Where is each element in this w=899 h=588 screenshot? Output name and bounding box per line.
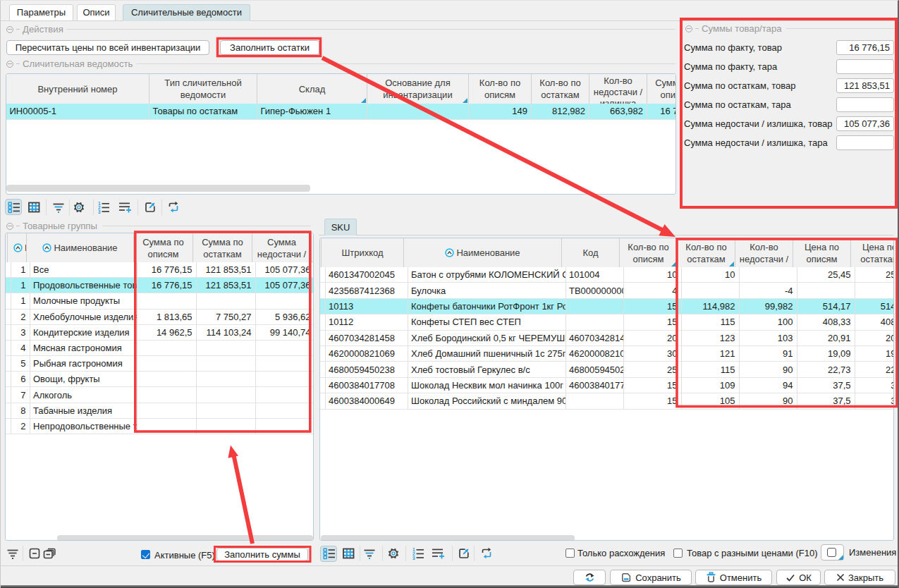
totals-field-input[interactable] — [836, 59, 894, 74]
cell[interactable]: Молочные продукты — [30, 293, 137, 309]
cell[interactable]: 91 — [740, 346, 797, 362]
cell[interactable] — [6, 403, 11, 419]
cell[interactable] — [197, 372, 256, 387]
totals-field-input[interactable]: 105 077,36 — [836, 116, 894, 131]
reload-icon[interactable] — [166, 200, 181, 214]
cell[interactable] — [197, 356, 256, 372]
cell[interactable]: Шоколад Российский с миндалем 90г — [408, 393, 566, 409]
cell[interactable] — [6, 262, 11, 278]
header-cell[interactable]: Тип сличительной ведомости — [149, 74, 257, 104]
cell[interactable] — [320, 346, 326, 362]
cell[interactable]: 109 — [682, 378, 740, 393]
table-row[interactable]: 2Непродовольственные товары — [6, 419, 313, 434]
cell[interactable]: 105 — [682, 393, 740, 409]
cell[interactable] — [320, 283, 326, 298]
close-button[interactable]: Закрыть — [824, 570, 895, 585]
cell[interactable] — [320, 299, 326, 314]
reload-icon[interactable] — [479, 546, 494, 561]
table-row[interactable]: 6Овощи, фрукты — [6, 372, 313, 387]
cell[interactable] — [197, 387, 256, 403]
cell[interactable]: 115 — [682, 362, 740, 377]
cell[interactable]: 2 — [11, 419, 30, 434]
cell[interactable] — [256, 387, 314, 403]
cell[interactable]: Булочка — [408, 283, 566, 298]
table-row[interactable]: 4680059450238Хлеб тостовый Геркулес в/с4… — [320, 362, 893, 377]
cell[interactable]: Табачные изделия — [30, 403, 137, 419]
cell[interactable]: 1 — [11, 262, 30, 278]
table-row[interactable]: 8Табачные изделия — [6, 403, 313, 419]
cell[interactable]: 4680059450238 — [326, 362, 408, 377]
cell[interactable] — [6, 387, 11, 403]
cell[interactable]: 115 — [682, 314, 740, 330]
cell[interactable]: 90 — [740, 362, 797, 377]
table-row[interactable]: 7Алкоголь — [6, 387, 313, 403]
totals-field-input[interactable] — [836, 97, 894, 112]
header-cell[interactable]: Сумма по остаткам — [193, 233, 252, 262]
cell[interactable]: Все — [30, 262, 137, 278]
collapse-icon[interactable] — [27, 546, 42, 561]
tab-sku[interactable]: SKU — [324, 219, 357, 235]
header-cell[interactable]: Наименование — [404, 238, 562, 267]
cell[interactable]: Мясная гастрономия — [30, 341, 137, 356]
cell[interactable]: 19,09 — [855, 346, 895, 362]
cell[interactable]: 7 750,27 — [197, 310, 256, 325]
table-row[interactable]: 4607034281458Хлеб Бородинский 0,5 кг ЧЕР… — [320, 331, 893, 346]
cell[interactable]: 5 — [11, 356, 30, 372]
table-row[interactable]: 10112Конфеты СТЕП вес СТЕП15115100408,33… — [320, 314, 893, 330]
cell[interactable]: 408,33 — [855, 314, 895, 330]
header-cell[interactable]: Основание для инвентаризации — [367, 74, 469, 104]
filter-icon[interactable] — [362, 546, 377, 561]
cell[interactable]: 1 813,65 — [137, 310, 197, 325]
cell[interactable]: Товары по остаткам — [149, 104, 257, 120]
cell[interactable] — [256, 403, 314, 419]
cell[interactable]: 2 — [11, 310, 30, 325]
cell[interactable]: 6 — [11, 372, 30, 387]
horizontal-scrollbar[interactable] — [321, 535, 575, 541]
header-cell[interactable]: Сумма по описям — [647, 74, 676, 104]
table-row[interactable]: 1Молочные продукты — [6, 293, 313, 309]
cell[interactable]: 4607034281458 — [326, 331, 408, 346]
collapse-icon[interactable] — [685, 25, 692, 32]
cell[interactable]: Конфеты батончики РотФронт 1кг Ро — [408, 299, 566, 314]
cell[interactable] — [137, 341, 197, 356]
header-cell[interactable]: Сумма по описям — [134, 233, 193, 262]
cell[interactable]: 103 — [740, 331, 797, 346]
cell[interactable]: 10113 — [326, 299, 408, 314]
cell[interactable] — [320, 393, 326, 409]
filter-corner-icon[interactable] — [361, 98, 366, 103]
cell[interactable]: 4 — [11, 341, 30, 356]
grid-icon[interactable] — [341, 546, 355, 561]
cell[interactable]: 1 — [11, 278, 30, 293]
cell[interactable]: 663,982 — [589, 104, 647, 120]
cell[interactable]: 121 853,51 — [197, 262, 256, 278]
cell[interactable]: 8 — [11, 403, 30, 419]
cell[interactable]: 812,982 — [532, 104, 589, 120]
cell[interactable]: 25,45 — [797, 267, 855, 283]
cell[interactable]: 46200008210 — [566, 346, 624, 362]
cell[interactable]: 10 — [682, 267, 740, 283]
cell[interactable]: 149 — [469, 104, 532, 120]
export-icon[interactable] — [143, 200, 157, 214]
fill-remainders-button[interactable]: Заполнить остатки — [220, 40, 319, 55]
cell[interactable] — [367, 104, 469, 120]
cell[interactable]: ИН00005-1 — [6, 104, 149, 120]
table-row[interactable]: 4Мясная гастрономия — [6, 341, 313, 356]
filter-gray-icon[interactable] — [6, 546, 20, 561]
cell[interactable] — [256, 419, 314, 434]
cell[interactable]: 15 — [624, 314, 682, 330]
list-view-icon[interactable] — [7, 200, 21, 214]
cell[interactable]: 37,5 — [855, 378, 895, 393]
cell[interactable]: 10112 — [326, 314, 408, 330]
cell[interactable]: 4600384000649 — [326, 393, 408, 409]
filter-corner-icon[interactable] — [671, 262, 676, 267]
cell[interactable]: 46070342814 — [566, 331, 624, 346]
cell[interactable]: 22,73 — [797, 362, 855, 377]
cell[interactable]: 121 853,51 — [197, 278, 256, 293]
cell[interactable]: Хлебобулочные изделия — [30, 310, 137, 325]
cell[interactable]: 99 140,74 — [256, 325, 314, 341]
gear-icon[interactable] — [72, 200, 86, 214]
list-view-icon[interactable] — [322, 546, 336, 561]
cell[interactable]: 114 103,24 — [197, 325, 256, 341]
header-cell[interactable]: Кол-во по остаткам — [532, 74, 589, 104]
cell[interactable]: 19,09 — [797, 346, 855, 362]
